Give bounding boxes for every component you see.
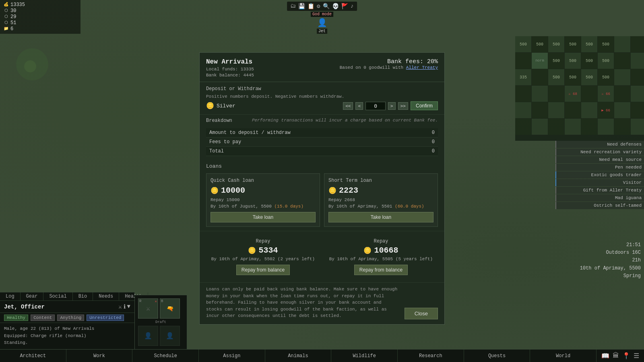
loan-card-1: Short Term loan 🪙 2223 Repay 2668 By 10t… — [324, 173, 438, 227]
treaty-link[interactable]: Aller Treaty — [406, 65, 438, 70]
loan-amount-1: 2223 — [339, 186, 358, 195]
tab-log[interactable]: Log — [0, 292, 21, 300]
repay-amount-0: 5334 — [258, 246, 278, 255]
deposit-title: Deposit or Withdraw — [206, 86, 438, 92]
pin-icon[interactable]: 📍 — [622, 352, 630, 360]
nav-icon-group: 📖 🏛 📍 ☰ — [597, 350, 644, 362]
deposit-section: Deposit or Withdraw Positive numbers dep… — [200, 82, 444, 115]
nav-wildlife[interactable]: Wildlife — [331, 350, 398, 362]
content-badge: Content — [31, 315, 55, 321]
nav-quests[interactable]: Quests — [464, 350, 530, 362]
bank-balance-row: Bank balance: 4445 — [206, 73, 254, 78]
bank-fees: Bank fees: 20% Based on 0 goodwill with … — [340, 58, 438, 78]
work-label: Work — [93, 353, 105, 359]
loan-due-0: By 10th of Jugust, 5500 (15.0 days) — [211, 204, 316, 209]
breakdown-label-2: Total — [206, 147, 416, 156]
loans-grid: Quick Cash loan 🪙 10000 Repay 15000 By 1… — [206, 173, 438, 227]
info-icon[interactable]: ℹ — [124, 303, 126, 310]
breakdown-table: Amount to deposit / withdraw 0 Fees to p… — [206, 128, 438, 156]
dialog-left-header: New Arrivals Local funds: 13335 Bank bal… — [206, 58, 254, 78]
tab-social[interactable]: Social — [43, 292, 72, 300]
take-loan-button-1[interactable]: Take loan — [328, 212, 433, 222]
breakdown-label-0: Amount to deposit / withdraw — [206, 128, 416, 138]
nav-double-forward-button[interactable]: >> — [398, 102, 408, 110]
breakdown-hint: Performing transactions will incur a cha… — [252, 118, 438, 126]
header-icons: ⚔ ℹ ▼ — [118, 303, 130, 310]
nav-forward-button[interactable]: > — [388, 102, 396, 110]
animals-label: Animals — [288, 353, 308, 359]
list-icon[interactable]: ☰ — [634, 352, 639, 360]
repay-due-1: By 10th of Aprimay, 5505 (5 years left) — [329, 257, 433, 261]
building-icon[interactable]: 🏛 — [613, 352, 619, 360]
tab-bio[interactable]: Bio — [73, 292, 93, 300]
bank-dialog: New Arrivals Local funds: 13335 Bank bal… — [199, 52, 445, 325]
secondary-icon: 🔫 — [167, 305, 173, 312]
breakdown-header: Breakdown Performing transactions will i… — [206, 118, 438, 126]
nav-animals[interactable]: Animals — [265, 350, 332, 362]
tab-needs[interactable]: Needs — [93, 292, 119, 300]
silver-label: Silver — [217, 103, 341, 109]
nav-work[interactable]: Work — [66, 350, 133, 362]
wildlife-label: Wildlife — [353, 353, 376, 359]
loan-title-1: Short Term loan — [328, 178, 433, 183]
warning-text: Loans can only be paid back using bank b… — [206, 286, 398, 319]
repay-section: Repay 🪙 5334 By 10th of Aprimay, 5502 (2… — [200, 231, 444, 283]
architect-label: Architect — [20, 353, 46, 359]
book-icon[interactable]: 📖 — [601, 352, 609, 360]
breakdown-section: Breakdown Performing transactions will i… — [200, 115, 444, 159]
loan-repay-1: Repay 2668 — [328, 197, 433, 202]
loans-title: Loans — [206, 163, 438, 169]
close-button[interactable]: Close — [405, 308, 438, 319]
repay-coin-icon-0: 🪙 — [248, 247, 256, 255]
research-label: Research — [419, 353, 442, 359]
repay-label-1: Repay — [374, 239, 388, 244]
quests-label: Quests — [488, 353, 506, 359]
equip-slot-weapon[interactable]: R ✕ ⚔ — [138, 298, 158, 319]
breakdown-row-2: Total 0 — [206, 147, 438, 156]
health-badge: Healthy — [4, 315, 28, 321]
dialog-title: New Arrivals — [206, 58, 254, 66]
nav-world[interactable]: World — [530, 350, 597, 362]
repay-coin-icon-1: 🪙 — [363, 247, 372, 255]
status-row: Healthy Content Anything Unrestricted — [0, 313, 134, 323]
draft-icon[interactable]: ⚔ — [118, 303, 122, 310]
restriction-badge: Unrestricted — [87, 315, 124, 321]
character-header: Jet, Officer ⚔ ℹ ▼ — [0, 301, 134, 313]
amount-input[interactable] — [365, 102, 386, 110]
repay-balance-button-1[interactable]: Repay from balance — [354, 265, 408, 275]
equip-row-1: R ✕ ⚔ B 🔫 — [138, 298, 184, 319]
loan-amount-row-1: 🪙 2223 — [328, 186, 433, 195]
weapon-icon: ⚔ — [146, 304, 150, 313]
loan-due-1: By 10th of Aprimay, 5501 (60.0 days) — [328, 204, 433, 209]
tab-gear[interactable]: Gear — [21, 292, 44, 300]
assign-label: Assign — [223, 353, 240, 359]
repay-label-0: Repay — [256, 239, 270, 244]
mood-badge: Anything — [57, 315, 84, 321]
nav-architect[interactable]: Architect — [0, 350, 66, 362]
loan-repay-0: Repay 15000 — [211, 197, 316, 202]
nav-double-back-button[interactable]: << — [343, 102, 353, 110]
repay-amount-row-1: 🪙 10668 — [363, 246, 398, 255]
repay-card-0: Repay 🪙 5334 By 10th of Aprimay, 5502 (2… — [206, 235, 320, 278]
coin-icon-0: 🪙 — [211, 187, 219, 195]
nav-schedule[interactable]: Schedule — [132, 350, 199, 362]
slot-label-draft: Draft — [138, 320, 184, 324]
equip-slot-3[interactable]: 👤 — [138, 326, 158, 346]
loans-section: Loans Quick Cash loan 🪙 10000 Repay 1500… — [200, 159, 444, 231]
loan-amount-0: 10000 — [221, 186, 245, 195]
breakdown-value-0: 0 — [416, 128, 438, 138]
nav-back-button[interactable]: < — [355, 102, 363, 110]
bank-fees-title: Bank fees: 20% — [340, 58, 438, 65]
breakdown-row-1: Fees to pay 0 — [206, 138, 438, 147]
loan-amount-row-0: 🪙 10000 — [211, 186, 316, 195]
equip-slot-4[interactable]: 👤 — [160, 326, 180, 346]
expand-icon[interactable]: ▼ — [127, 303, 130, 310]
confirm-button[interactable]: Confirm — [411, 101, 438, 110]
world-label: World — [556, 353, 570, 359]
repay-balance-button-0[interactable]: Repay from balance — [236, 265, 290, 275]
take-loan-button-0[interactable]: Take loan — [211, 212, 316, 222]
equip-slot-secondary[interactable]: B 🔫 — [160, 298, 180, 319]
dialog-header: New Arrivals Local funds: 13335 Bank bal… — [200, 53, 444, 82]
nav-assign[interactable]: Assign — [199, 350, 265, 362]
nav-research[interactable]: Research — [398, 350, 464, 362]
